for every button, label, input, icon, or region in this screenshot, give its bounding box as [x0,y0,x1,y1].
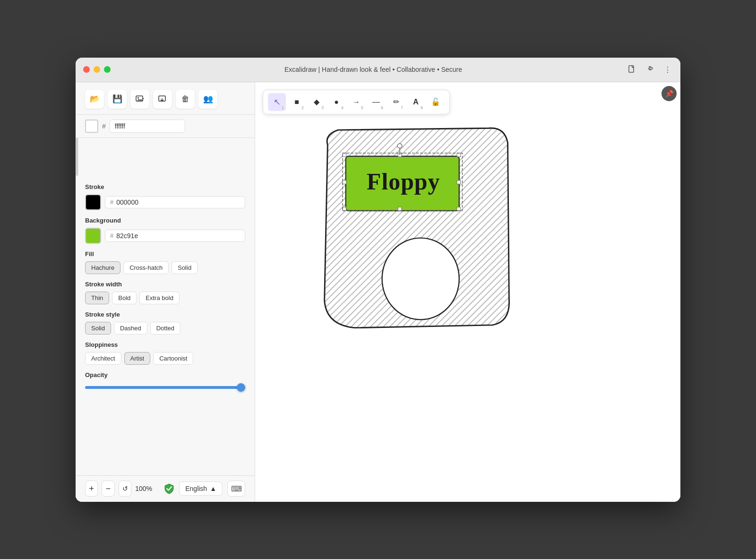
fill-label: Fill [85,250,245,258]
rectangle-tool[interactable]: ■ 2 [288,93,306,111]
titlebar-icons: ⋮ [627,64,673,75]
stroke-thin-btn[interactable]: Thin [85,292,109,304]
opacity-slider-container [85,382,245,391]
drawing-area: Floppy [293,120,553,347]
sloppiness-architect-btn[interactable]: Architect [85,352,121,365]
ellipse-tool[interactable]: ● 4 [327,93,345,111]
titlebar: Excalidraw | Hand-drawn look & feel • Co… [76,58,680,82]
hash-symbol: # [102,122,106,130]
stroke-width-options: Thin Bold Extra bold [85,292,245,304]
canvas-hex-input[interactable] [110,120,185,133]
select-tool[interactable]: ↖ 1 [268,93,286,111]
open-button[interactable]: 📂 [85,90,104,109]
traffic-lights [83,66,111,73]
menu-icon[interactable]: ⋮ [662,64,673,75]
stroke-style-options: Solid Dashed Dotted [85,322,245,335]
stroke-hex-input[interactable] [116,198,240,206]
export-image-button[interactable] [130,90,149,109]
fill-crosshatch-btn[interactable]: Cross-hatch [123,261,169,274]
svg-point-2 [137,97,139,98]
svg-rect-12 [398,207,402,211]
line-tool[interactable]: — 6 [367,93,385,111]
close-button[interactable] [83,66,90,73]
sloppiness-artist-btn[interactable]: Artist [124,352,151,365]
background-hex-input[interactable] [116,232,240,240]
svg-rect-8 [457,153,461,157]
stroke-style-section: Stroke style Solid Dashed Dotted [85,311,245,335]
keyboard-button[interactable]: ⌨ [227,481,245,497]
svg-rect-7 [343,153,346,157]
scrollbar-thumb[interactable] [76,138,78,176]
pin-button[interactable]: 📌 [662,86,677,101]
chevron-up-icon: ▲ [210,485,216,492]
stroke-hash: # [110,198,113,206]
svg-rect-9 [343,207,346,211]
background-hex-field: # [105,230,245,242]
svg-rect-13 [343,180,346,184]
svg-point-5 [382,238,459,319]
stroke-label: Stroke [85,183,245,190]
scrollbar-divider [76,138,78,176]
zoom-out-button[interactable]: − [102,481,114,497]
stroke-dashed-btn[interactable]: Dashed [114,322,147,335]
sloppiness-section: Sloppiness Architect Artist Cartoonist [85,341,245,365]
opacity-label: Opacity [85,371,245,378]
zoom-level: 100% [135,485,159,492]
stroke-hex-field: # [105,196,245,208]
background-hash: # [110,232,113,239]
diamond-tool[interactable]: ◆ 3 [308,93,326,111]
sloppiness-label: Sloppiness [85,341,245,348]
canvas-color-swatch[interactable] [85,120,98,133]
svg-text:Floppy: Floppy [367,168,440,194]
properties-panel: Stroke # Background # [76,176,255,475]
stroke-color-swatch[interactable] [85,194,101,210]
lock-tool[interactable]: 🔓 [427,93,445,111]
minimize-button[interactable] [94,66,100,73]
text-tool[interactable]: A 8 [407,93,425,111]
stroke-solid-btn[interactable]: Solid [85,322,111,335]
stroke-row: # [85,194,245,210]
background-color-swatch[interactable] [85,228,101,244]
fill-solid-btn[interactable]: Solid [172,261,198,274]
arrow-tool[interactable]: → 5 [347,93,365,111]
bottom-bar: + − ↺ 100% English ▲ ⌨ [76,475,255,502]
main-area: 📂 💾 🗑 👥 # [76,82,680,502]
sloppiness-cartoonist-btn[interactable]: Cartoonist [153,352,193,365]
opacity-slider[interactable] [85,386,245,389]
window-title: Excalidraw | Hand-drawn look & feel • Co… [120,66,627,73]
language-value: English [185,485,207,492]
zoom-in-button[interactable]: + [85,481,98,497]
sloppiness-options: Architect Artist Cartoonist [85,352,245,365]
shield-icon[interactable] [163,481,175,497]
canvas-toolbar: ↖ 1 ■ 2 ◆ 3 ● 4 → 5 [263,90,450,114]
svg-rect-0 [629,66,634,72]
export-button[interactable] [153,90,172,109]
bottom-right: English ▲ ⌨ [179,481,245,497]
fill-section: Fill Hachure Cross-hatch Solid [85,250,245,274]
save-button[interactable]: 💾 [108,90,127,109]
collaborate-button[interactable]: 👥 [198,90,217,109]
stroke-width-section: Stroke width Thin Bold Extra bold [85,281,245,304]
svg-point-16 [397,143,402,148]
stroke-bold-btn[interactable]: Bold [112,292,137,304]
background-section: Background # [85,217,245,244]
stroke-width-label: Stroke width [85,281,245,288]
delete-button[interactable]: 🗑 [176,90,195,109]
app-window: Excalidraw | Hand-drawn look & feel • Co… [76,58,680,502]
new-file-icon[interactable] [627,64,637,75]
stroke-style-label: Stroke style [85,311,245,318]
fill-hachure-btn[interactable]: Hachure [85,261,120,274]
background-label: Background [85,217,245,224]
color-row: # [76,115,255,138]
floppy-drawing: Floppy [293,120,553,347]
canvas-area[interactable]: ↖ 1 ■ 2 ◆ 3 ● 4 → 5 [255,82,680,502]
puzzle-icon[interactable] [644,64,655,75]
language-select[interactable]: English ▲ [179,482,223,496]
maximize-button[interactable] [104,66,111,73]
sidebar: 📂 💾 🗑 👥 # [76,82,255,502]
stroke-dotted-btn[interactable]: Dotted [150,322,180,335]
pencil-tool[interactable]: ✏ 7 [387,93,405,111]
stroke-extrabold-btn[interactable]: Extra bold [139,292,180,304]
zoom-reset-button[interactable]: ↺ [119,481,131,497]
svg-rect-10 [457,207,461,211]
